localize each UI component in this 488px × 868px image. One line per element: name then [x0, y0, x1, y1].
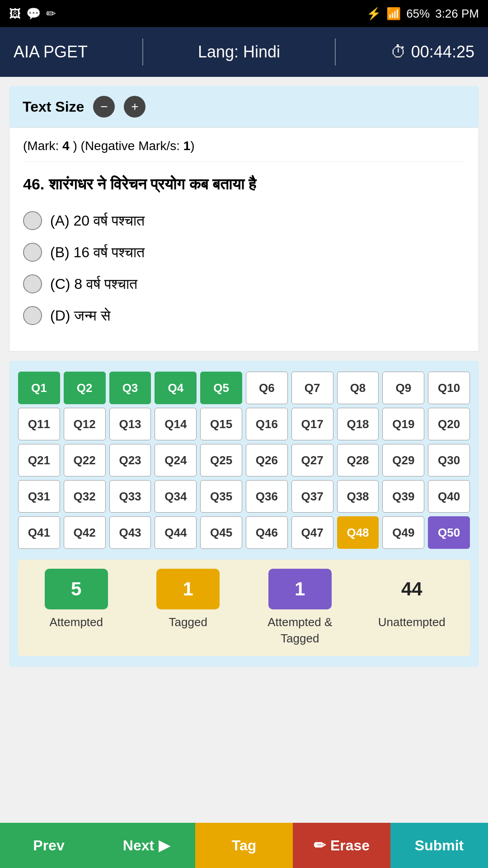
- question-grid-btn-q1[interactable]: Q1: [18, 372, 60, 404]
- submit-button[interactable]: Submit: [390, 823, 488, 868]
- radio-b[interactable]: [23, 243, 42, 262]
- header-divider-2: [335, 38, 336, 66]
- question-grid-btn-q17[interactable]: Q17: [291, 408, 333, 440]
- options-container: (A) 20 वर्ष पश्चात (B) 16 वर्ष पश्चात (C…: [23, 205, 465, 340]
- question-grid-btn-q37[interactable]: Q37: [291, 480, 333, 513]
- attempted-tagged-label: Attempted &Tagged: [267, 614, 332, 647]
- question-grid-btn-q41[interactable]: Q41: [18, 516, 60, 549]
- option-d-label: (D) जन्म से: [50, 307, 110, 324]
- question-grid-btn-q10[interactable]: Q10: [428, 372, 470, 404]
- option-d[interactable]: (D) जन्म से: [23, 300, 465, 331]
- wifi-icon: 📶: [386, 7, 401, 21]
- tag-button[interactable]: Tag: [195, 823, 293, 868]
- question-grid-btn-q31[interactable]: Q31: [18, 480, 60, 513]
- prev-label: Prev: [33, 837, 64, 854]
- option-b-label: (B) 16 वर्ष पश्चात: [50, 244, 145, 261]
- question-grid: Q1Q2Q3Q4Q5Q6Q7Q8Q9Q10Q11Q12Q13Q14Q15Q16Q…: [18, 372, 470, 549]
- radio-c[interactable]: [23, 274, 42, 293]
- status-right-icons: ⚡ 📶 65% 3:26 PM: [366, 7, 479, 21]
- question-grid-btn-q8[interactable]: Q8: [337, 372, 379, 404]
- question-grid-btn-q46[interactable]: Q46: [246, 516, 288, 549]
- time-display: 3:26 PM: [435, 7, 479, 21]
- timer-value: 00:44:25: [411, 42, 474, 61]
- language-label: Lang: Hindi: [198, 42, 280, 61]
- bluetooth-icon: ⚡: [366, 7, 381, 21]
- question-grid-btn-q20[interactable]: Q20: [428, 408, 470, 440]
- timer-display: ⏱ 00:44:25: [390, 42, 474, 61]
- option-a-label: (A) 20 वर्ष पश्चात: [50, 212, 145, 229]
- text-size-label: Text Size: [23, 99, 84, 115]
- question-grid-btn-q12[interactable]: Q12: [64, 408, 106, 440]
- question-grid-btn-q32[interactable]: Q32: [64, 480, 106, 513]
- question-grid-btn-q5[interactable]: Q5: [200, 372, 242, 404]
- next-arrow-icon: ▶: [159, 837, 170, 854]
- tag-label: Tag: [232, 837, 257, 854]
- edit-icon: ✏: [46, 7, 56, 21]
- question-grid-btn-q29[interactable]: Q29: [382, 444, 424, 476]
- question-grid-btn-q42[interactable]: Q42: [64, 516, 106, 549]
- question-grid-btn-q39[interactable]: Q39: [382, 480, 424, 513]
- question-grid-btn-q50[interactable]: Q50: [428, 516, 470, 549]
- option-b[interactable]: (B) 16 वर्ष पश्चात: [23, 236, 465, 268]
- radio-d[interactable]: [23, 306, 42, 325]
- question-grid-btn-q3[interactable]: Q3: [109, 372, 151, 404]
- unattempted-label: Unattempted: [378, 614, 446, 630]
- question-grid-btn-q45[interactable]: Q45: [200, 516, 242, 549]
- attempted-count: 5: [71, 578, 81, 600]
- question-grid-btn-q33[interactable]: Q33: [109, 480, 151, 513]
- question-grid-btn-q4[interactable]: Q4: [155, 372, 197, 404]
- option-a[interactable]: (A) 20 वर्ष पश्चात: [23, 205, 465, 236]
- question-grid-btn-q23[interactable]: Q23: [109, 444, 151, 476]
- question-grid-section: Q1Q2Q3Q4Q5Q6Q7Q8Q9Q10Q11Q12Q13Q14Q15Q16Q…: [9, 361, 479, 667]
- option-c[interactable]: (C) 8 वर्ष पश्चात: [23, 268, 465, 300]
- question-grid-btn-q13[interactable]: Q13: [109, 408, 151, 440]
- question-grid-btn-q30[interactable]: Q30: [428, 444, 470, 476]
- question-grid-btn-q6[interactable]: Q6: [246, 372, 288, 404]
- attempted-tagged-count: 1: [295, 578, 305, 600]
- question-grid-btn-q26[interactable]: Q26: [246, 444, 288, 476]
- question-grid-btn-q35[interactable]: Q35: [200, 480, 242, 513]
- question-grid-btn-q38[interactable]: Q38: [337, 480, 379, 513]
- question-grid-btn-q34[interactable]: Q34: [155, 480, 197, 513]
- question-grid-btn-q28[interactable]: Q28: [337, 444, 379, 476]
- question-grid-btn-q44[interactable]: Q44: [155, 516, 197, 549]
- tagged-label: Tagged: [169, 614, 207, 630]
- question-grid-btn-q16[interactable]: Q16: [246, 408, 288, 440]
- question-grid-btn-q18[interactable]: Q18: [337, 408, 379, 440]
- question-grid-btn-q7[interactable]: Q7: [291, 372, 333, 404]
- question-grid-btn-q14[interactable]: Q14: [155, 408, 197, 440]
- status-left-icons: 🖼 💬 ✏: [9, 7, 56, 21]
- question-grid-btn-q24[interactable]: Q24: [155, 444, 197, 476]
- question-grid-btn-q11[interactable]: Q11: [18, 408, 60, 440]
- question-grid-btn-q9[interactable]: Q9: [382, 372, 424, 404]
- text-decrease-button[interactable]: −: [93, 96, 115, 118]
- radio-a[interactable]: [23, 211, 42, 230]
- attempted-badge: 5: [45, 569, 108, 609]
- question-grid-btn-q15[interactable]: Q15: [200, 408, 242, 440]
- next-button[interactable]: Next ▶: [98, 823, 195, 868]
- erase-button[interactable]: ✏ Erase: [293, 823, 390, 868]
- stat-tagged: 1 Tagged: [135, 569, 242, 647]
- question-grid-btn-q43[interactable]: Q43: [109, 516, 151, 549]
- question-body: शारंगधर ने विरेचन प्रयोग कब बताया है: [49, 175, 257, 193]
- question-grid-btn-q2[interactable]: Q2: [64, 372, 106, 404]
- question-grid-btn-q27[interactable]: Q27: [291, 444, 333, 476]
- question-grid-btn-q48[interactable]: Q48: [337, 516, 379, 549]
- stat-attempted: 5 Attempted: [23, 569, 130, 647]
- app-name: AIA PGET: [14, 42, 88, 61]
- question-grid-btn-q19[interactable]: Q19: [382, 408, 424, 440]
- question-grid-btn-q40[interactable]: Q40: [428, 480, 470, 513]
- question-grid-btn-q36[interactable]: Q36: [246, 480, 288, 513]
- question-grid-btn-q49[interactable]: Q49: [382, 516, 424, 549]
- text-increase-button[interactable]: +: [124, 96, 145, 118]
- negative-mark-value: 1: [183, 139, 191, 153]
- question-grid-btn-q21[interactable]: Q21: [18, 444, 60, 476]
- header-divider-1: [142, 38, 143, 66]
- prev-button[interactable]: Prev: [0, 823, 98, 868]
- photo-icon: 🖼: [9, 7, 21, 21]
- question-grid-btn-q22[interactable]: Q22: [64, 444, 106, 476]
- question-grid-btn-q47[interactable]: Q47: [291, 516, 333, 549]
- stat-unattempted: 44 Unattempted: [358, 569, 466, 647]
- question-grid-btn-q25[interactable]: Q25: [200, 444, 242, 476]
- marks-info: (Mark: 4 ) (Negative Mark/s: 1): [23, 139, 465, 162]
